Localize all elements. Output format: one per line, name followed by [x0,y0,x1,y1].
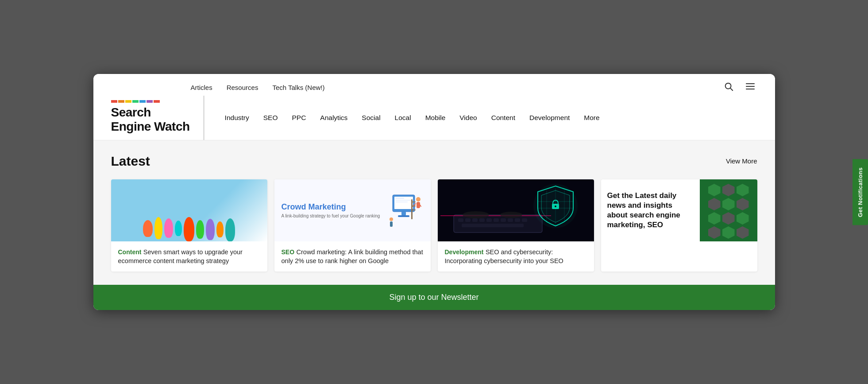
menu-button[interactable] [743,79,757,96]
nav-social[interactable]: Social [355,104,387,132]
svg-rect-8 [395,200,411,201]
nav-analytics[interactable]: Analytics [313,104,355,132]
card-4-promo-text: Get the Latest daily news and insights a… [607,191,694,230]
svg-rect-29 [494,218,499,222]
svg-rect-32 [515,218,520,222]
nav-development[interactable]: Development [522,104,577,132]
nav-content[interactable]: Content [484,104,522,132]
card-2[interactable]: Crowd Marketing A link-building strategy… [274,179,431,272]
card-4-image: Get the Latest daily news and insights a… [601,179,757,241]
card-1[interactable]: Content Seven smart ways to upgrade your… [111,179,267,272]
top-nav-links: Articles Resources Tech Talks (New!) [191,84,325,91]
svg-rect-31 [508,218,513,222]
card-1-category: Content [118,248,142,256]
card-2-title: Crowd marketing: A link building method … [282,248,423,264]
nav-mobile[interactable]: Mobile [418,104,453,132]
svg-point-43 [533,184,578,228]
svg-rect-25 [465,218,471,222]
card-3-category: Development [445,248,484,256]
svg-rect-30 [501,218,506,222]
nav-seo[interactable]: SEO [256,104,285,132]
card-2-body: SEO Crowd marketing: A link building met… [274,241,431,272]
card-4-pattern [700,179,757,241]
card-2-image: Crowd Marketing A link-building strategy… [274,179,431,241]
svg-rect-24 [458,218,463,222]
nav-ppc[interactable]: PPC [285,104,313,132]
svg-rect-33 [522,218,527,222]
card-2-subtext: A link-building strategy to fuel your Go… [282,213,388,218]
main-nav: Industry SEO PPC Analytics Social Local … [203,96,775,140]
section-header: Latest View More [111,154,757,169]
section-title: Latest [111,154,150,169]
nav-more[interactable]: More [577,104,606,132]
hamburger-icon [745,81,756,92]
cards-grid: Content Seven smart ways to upgrade your… [111,179,757,272]
notifications-button[interactable]: Get Notifications [853,159,868,225]
search-icon [724,81,733,91]
svg-point-12 [416,197,420,202]
svg-rect-27 [479,218,485,222]
svg-rect-18 [411,206,416,206]
main-content: Latest View More [93,140,775,285]
cyber-illustration [440,179,591,241]
color-bar [111,100,190,103]
svg-rect-7 [395,198,404,199]
svg-point-45 [500,212,522,218]
tech-talks-link[interactable]: Tech Talks (New!) [272,84,324,91]
card-3-image [438,179,594,241]
crowd-marketing-illustration [388,186,424,235]
card-4-body [601,241,757,254]
svg-point-20 [390,217,393,221]
articles-link[interactable]: Articles [191,84,212,91]
search-button[interactable] [722,80,735,95]
nav-industry[interactable]: Industry [218,104,256,132]
logo-area: Search Engine Watch [93,96,203,140]
card-3[interactable]: Development SEO and cybersecurity: Incor… [438,179,594,272]
top-nav-icons [722,79,757,96]
nav-video[interactable]: Video [452,104,484,132]
card-2-headline: Crowd Marketing [282,202,388,212]
svg-rect-28 [486,218,492,222]
svg-rect-21 [390,221,393,227]
card-4-promo-area: Get the Latest daily news and insights a… [601,179,700,241]
newsletter-label: Sign up to our Newsletter [389,293,478,302]
newsletter-bar[interactable]: Sign up to our Newsletter [93,285,775,310]
svg-rect-34 [462,224,524,227]
site-logo[interactable]: Search Engine Watch [111,105,190,134]
svg-rect-26 [472,218,478,222]
svg-line-1 [730,88,733,90]
card-4[interactable]: Get the Latest daily news and insights a… [601,179,757,272]
svg-rect-10 [401,212,406,215]
rocks-image [111,179,267,241]
card-2-category: SEO [282,248,295,256]
svg-rect-19 [411,209,416,210]
card-3-body: Development SEO and cybersecurity: Incor… [438,241,594,272]
svg-point-44 [463,211,489,218]
svg-rect-11 [398,215,409,217]
view-more-link[interactable]: View More [726,157,757,165]
svg-rect-9 [395,202,408,202]
resources-link[interactable]: Resources [227,84,258,91]
card-1-body: Content Seven smart ways to upgrade your… [111,241,267,272]
nav-local[interactable]: Local [388,104,418,132]
svg-rect-17 [411,202,416,202]
